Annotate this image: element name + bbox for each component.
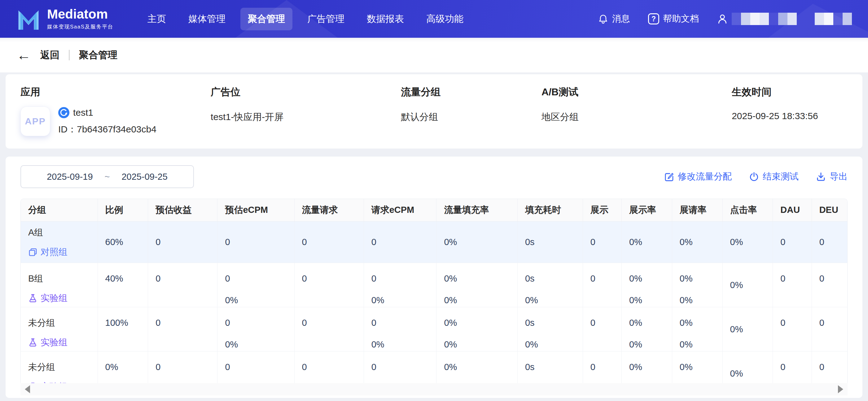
report-toolbar: 2025-09-19 ~ 2025-09-25 修改流量分配: [21, 165, 847, 188]
table-row-ungrouped-2: 未分组 实验组 0% 0 00% 0: [21, 351, 847, 383]
experiment-group-link[interactable]: 实验组: [28, 292, 98, 304]
table-cell: 0: [812, 263, 847, 307]
triangle-left-icon[interactable]: [25, 385, 30, 393]
app-name: test1: [73, 107, 93, 118]
table-cell: 0%0%: [436, 351, 517, 383]
table-cell: 0: [294, 221, 364, 263]
brand-subtitle: 媒体变现SaaS及服务平台: [47, 23, 113, 30]
table-cell: 100%: [98, 307, 148, 351]
cell-value: 0: [780, 360, 811, 374]
app-label: 应用: [21, 86, 211, 99]
table-cell: 0%0%: [436, 263, 517, 307]
brand-text: Mediatom 媒体变现SaaS及服务平台: [47, 7, 113, 30]
column-header-est-revenue: 预估收益: [148, 199, 217, 221]
nav-item-ads[interactable]: 广告管理: [300, 8, 352, 30]
table-cell: 0: [773, 221, 812, 263]
nav-item-advanced[interactable]: 高级功能: [419, 8, 471, 30]
column-header-fill-rate: 流量填充率: [436, 199, 517, 221]
cell-value: 0%: [730, 367, 773, 380]
table-cell: 0%: [722, 307, 773, 351]
date-separator: ~: [105, 172, 110, 182]
cell-value: 0%: [444, 235, 517, 249]
table-cell: 0s: [517, 221, 583, 263]
column-header-est-ecpm: 预估eCPM: [217, 199, 294, 221]
navbar-right: 消息 帮助文档: [598, 12, 852, 25]
cell-value: 0: [590, 316, 621, 330]
effective-time-value: 2025-09-25 18:33:56: [732, 111, 847, 121]
cell-value: 0: [819, 360, 847, 374]
end-test-button[interactable]: 结束测试: [749, 170, 799, 183]
column-header-ctr: 点击率: [722, 199, 773, 221]
column-header-impressions: 展示: [583, 199, 621, 221]
help-label: 帮助文档: [663, 13, 699, 25]
control-group-link[interactable]: 对照组: [28, 246, 98, 258]
edit-traffic-allocation-label: 修改流量分配: [678, 170, 732, 183]
cell-value: 0%: [680, 235, 722, 249]
cell-value: 0: [302, 360, 364, 374]
app-name-row: test1: [58, 107, 156, 118]
table-row-ungrouped-1: 未分组 实验组 100% 0 00% 0: [21, 307, 847, 351]
help-docs-button[interactable]: 帮助文档: [648, 13, 699, 25]
export-button[interactable]: 导出: [816, 170, 847, 183]
nav-item-media[interactable]: 媒体管理: [181, 8, 233, 30]
date-range-picker[interactable]: 2025-09-19 ~ 2025-09-25: [21, 165, 194, 188]
main-nav: 主页 媒体管理 聚合管理 广告管理 数据报表 高级功能: [140, 8, 471, 30]
cell-subvalue: 0%: [371, 338, 436, 351]
table-cell: 0: [773, 307, 812, 351]
cell-value: 0%: [680, 360, 722, 374]
brand-logo[interactable]: Mediatom 媒体变现SaaS及服务平台: [16, 6, 113, 31]
table-cell: 00%: [217, 263, 294, 307]
table-cell: 0%0%: [672, 351, 722, 383]
column-header-group: 分组: [21, 199, 98, 221]
toolbar-actions: 修改流量分配 结束测试 导出: [664, 170, 847, 183]
app-identity: test1 ID：7b64367f34e03cb4: [58, 107, 156, 136]
table-cell: 0: [148, 221, 217, 263]
back-button[interactable]: 返回: [40, 48, 60, 62]
bell-icon: [598, 13, 609, 24]
triangle-right-icon[interactable]: [838, 385, 843, 393]
nav-item-home[interactable]: 主页: [140, 8, 174, 30]
group-tag-label: 实验组: [40, 336, 67, 349]
nav-item-reports[interactable]: 数据报表: [359, 8, 411, 30]
experiment-group-link[interactable]: 实验组: [28, 336, 98, 349]
quickapp-circle-icon: [58, 107, 69, 118]
arrow-left-icon[interactable]: [17, 48, 31, 62]
table-cell: 0: [148, 263, 217, 307]
cell-value: 0%: [105, 360, 148, 374]
cell-value: 0: [225, 316, 294, 330]
table-cell: 0: [583, 263, 621, 307]
column-header-fill-time: 填充耗时: [517, 199, 583, 221]
column-header-deu: DEU: [812, 199, 847, 221]
nav-item-aggregation[interactable]: 聚合管理: [240, 8, 292, 30]
cell-subvalue: 0%: [371, 293, 436, 307]
group-tag-label: 实验组: [40, 292, 67, 304]
cell-value: 100%: [105, 316, 148, 330]
cell-value: 0: [225, 235, 294, 249]
table-cell: 0: [812, 221, 847, 263]
cell-value: 0s: [525, 316, 583, 330]
group-cell: 未分组 实验组: [21, 351, 98, 383]
ad-slot-value: test1-快应用-开屏: [211, 111, 401, 124]
brand-name: Mediatom: [47, 7, 113, 21]
user-menu[interactable]: [717, 12, 852, 25]
messages-button[interactable]: 消息: [598, 13, 630, 25]
cell-value: 0: [371, 235, 436, 249]
column-header-requests: 流量请求: [294, 199, 364, 221]
group-cell: 未分组 实验组: [21, 307, 98, 351]
cell-value: 0: [156, 272, 217, 285]
group-name: B组: [28, 272, 98, 285]
horizontal-scrollbar[interactable]: [21, 383, 847, 395]
table-row-group-b: B组 实验组 40% 0 00% 0: [21, 263, 847, 307]
table-cell: 0%0%: [672, 307, 722, 351]
breadcrumb-divider: [69, 50, 70, 60]
table-cell: 0%0%: [436, 307, 517, 351]
table-cell: 0: [148, 351, 217, 383]
cell-value: 0: [302, 316, 364, 330]
cell-value: 60%: [105, 235, 148, 249]
table-cell: 60%: [98, 221, 148, 263]
end-test-label: 结束测试: [763, 170, 799, 183]
messages-label: 消息: [612, 13, 630, 25]
edit-traffic-allocation-button[interactable]: 修改流量分配: [664, 170, 732, 183]
ab-test-value: 地区分组: [541, 111, 732, 124]
experiment-group-link[interactable]: 实验组: [28, 380, 98, 383]
